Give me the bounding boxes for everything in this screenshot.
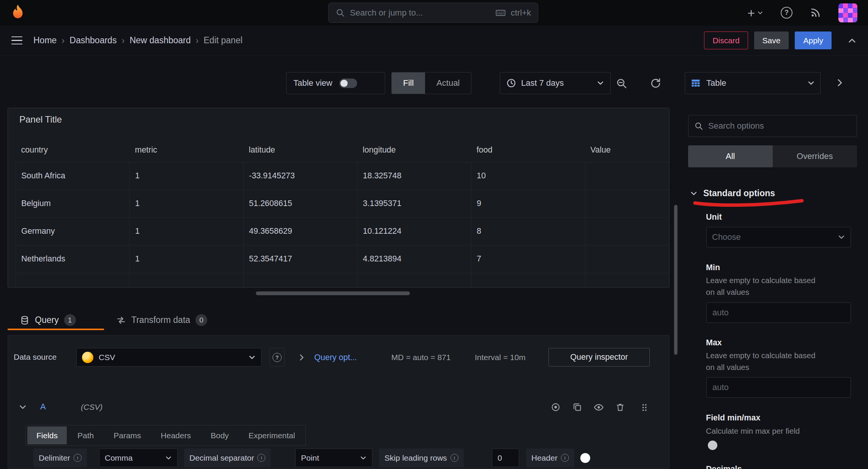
header-label: Header i [526, 449, 574, 467]
max-label: Max [706, 338, 722, 348]
delimiter-select[interactable]: Comma [99, 449, 178, 467]
column-header[interactable]: food [471, 138, 585, 162]
table-view-toggle-group: Table view [286, 72, 385, 94]
disable-query-button[interactable] [594, 402, 604, 412]
collapse-up-button[interactable] [848, 36, 857, 45]
table-header-row: country metric latitude longitude food V… [16, 138, 670, 162]
query-options-link[interactable]: Query opt... [314, 353, 357, 362]
database-icon [20, 315, 30, 325]
unit-select[interactable]: Choose [706, 227, 851, 247]
tab-body[interactable]: Body [202, 427, 238, 444]
skip-leading-rows-input[interactable] [492, 449, 519, 467]
table-cell: 9 [471, 190, 585, 217]
vertical-scrollbar[interactable] [674, 205, 677, 355]
breadcrumb-home[interactable]: Home [33, 35, 57, 46]
tab-transform-data[interactable]: Transform data 0 [116, 314, 207, 326]
breadcrumb-new-dashboard[interactable]: New dashboard [129, 35, 191, 46]
visualization-picker[interactable]: Table [685, 72, 821, 94]
table-cell: 8 [471, 217, 585, 245]
top-bar: ctrl+k + ? [0, 0, 868, 25]
active-tab-underline [8, 329, 104, 330]
drag-handle[interactable] [639, 402, 650, 413]
grafana-logo-icon[interactable] [9, 4, 27, 21]
new-menu-button[interactable]: + [747, 6, 763, 19]
table-view-switch[interactable] [339, 79, 357, 88]
standard-options-section[interactable]: Standard options [690, 188, 775, 198]
help-button[interactable]: ? [781, 7, 792, 19]
column-header[interactable]: country [16, 138, 130, 162]
global-search-input[interactable] [350, 8, 490, 18]
tab-params[interactable]: Params [104, 427, 150, 444]
transform-count-badge: 0 [195, 314, 207, 326]
panel-title[interactable]: Panel Title [19, 114, 62, 125]
news-feed-icon[interactable] [810, 7, 821, 18]
question-icon: ? [273, 353, 282, 362]
breadcrumb-dashboards[interactable]: Dashboards [69, 35, 117, 46]
table-cell: 4.8213894 [358, 245, 471, 273]
breadcrumb-separator-icon: › [196, 35, 199, 46]
tab-headers[interactable]: Headers [152, 427, 200, 444]
tab-fields[interactable]: Fields [27, 427, 67, 444]
question-icon: ? [785, 9, 789, 17]
table-row: Belgium 1 51.2608615 3.1395371 9 [16, 190, 670, 217]
duplicate-query-button[interactable] [572, 402, 582, 412]
chevron-down-icon [597, 79, 604, 87]
search-icon [336, 8, 345, 17]
chevron-down-icon [838, 233, 845, 241]
actual-option[interactable]: Actual [425, 72, 471, 94]
zoom-out-button[interactable] [616, 77, 627, 89]
query-options-expand-button[interactable] [298, 353, 306, 362]
tab-experimental[interactable]: Experimental [239, 427, 304, 444]
time-range-picker[interactable]: Last 7 days [500, 72, 611, 94]
column-header[interactable]: Value [585, 138, 670, 162]
query-row-collapse-button[interactable] [19, 403, 27, 411]
table-cell: Belgium [16, 190, 130, 217]
fill-option[interactable]: Fill [392, 72, 425, 94]
max-input[interactable] [706, 377, 851, 398]
query-datasource-hint: (CSV) [81, 403, 102, 412]
filter-all[interactable]: All [688, 145, 773, 167]
save-button[interactable]: Save [754, 31, 789, 49]
unit-label: Unit [706, 212, 722, 222]
csv-editor-tabs: Fields Path Params Headers Body Experime… [25, 425, 306, 446]
filter-overrides[interactable]: Overrides [773, 145, 857, 167]
user-avatar[interactable] [838, 3, 857, 22]
min-input[interactable] [706, 302, 851, 323]
table-cell [585, 162, 670, 190]
table-viz-icon [690, 78, 701, 88]
chevron-right-icon [298, 353, 306, 362]
menu-toggle-button[interactable] [11, 36, 22, 45]
search-icon [694, 121, 703, 131]
field-minmax-label: Field min/max [706, 413, 760, 423]
panel-table: country metric latitude longitude food V… [16, 138, 670, 288]
delimiter-label: Delimiter i [33, 449, 87, 467]
query-ref-id[interactable]: A [40, 402, 46, 412]
global-search[interactable]: ctrl+k [328, 3, 538, 23]
column-header[interactable]: metric [130, 138, 244, 162]
chevron-down-icon [757, 10, 763, 16]
nav-actions: Discard Save Apply [704, 31, 857, 49]
query-inspector-button[interactable]: Query inspector [548, 348, 650, 367]
table-row: South Africa 1 -33.9145273 18.325748 10 [16, 162, 670, 190]
options-search[interactable] [688, 115, 857, 137]
chevron-up-icon [848, 36, 857, 45]
options-search-input[interactable] [708, 121, 851, 131]
breadcrumb: Home › Dashboards › New dashboard › Edit… [33, 35, 243, 46]
datasource-picker[interactable]: CSV [76, 348, 262, 367]
datasource-help-button[interactable]: ? [269, 348, 285, 367]
query-target-button[interactable] [551, 402, 561, 412]
horizontal-scrollbar[interactable] [256, 291, 410, 295]
collapse-options-button[interactable] [835, 78, 845, 88]
refresh-button[interactable] [650, 77, 662, 89]
column-header[interactable]: longitude [358, 138, 471, 162]
remove-query-button[interactable] [615, 402, 625, 412]
column-header[interactable]: latitude [244, 138, 358, 162]
apply-button[interactable]: Apply [795, 31, 832, 49]
info-icon: i [451, 454, 458, 462]
discard-button[interactable]: Discard [704, 31, 748, 49]
tab-query[interactable]: Query 1 [20, 314, 76, 326]
decimal-separator-select[interactable]: Point [295, 449, 372, 467]
tab-path[interactable]: Path [68, 427, 103, 444]
info-icon: i [561, 454, 569, 462]
table-cell: 10.121224 [358, 217, 471, 245]
